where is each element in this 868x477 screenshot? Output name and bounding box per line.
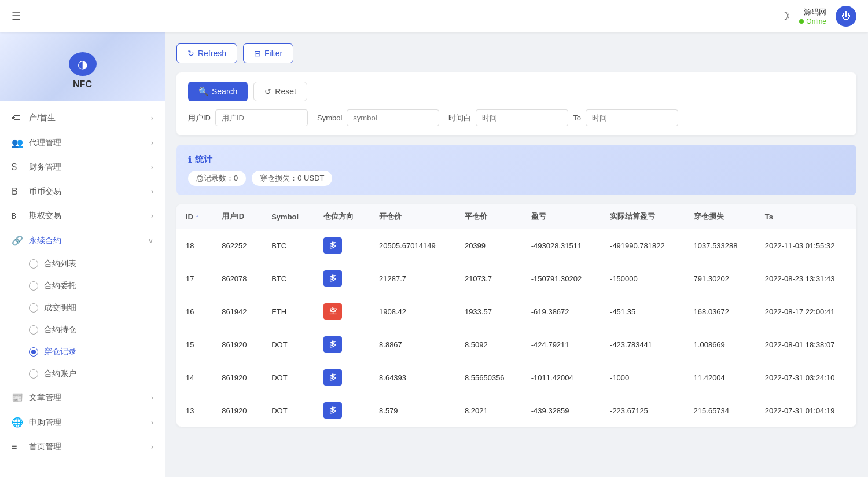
filter-button[interactable]: ⊟ Filter [243,43,293,63]
cell-open-price: 8.64393 [370,361,455,394]
sidebar-item-coin-trade[interactable]: B 币币交易 › [0,179,165,204]
search-label: Search [212,87,237,96]
subscription-icon: 🌐 [12,417,23,428]
cell-actual-profit: -423.783441 [601,328,685,361]
sidebar-item-label: 永续合约 [29,236,148,246]
cell-direction: 多 [314,328,370,361]
col-close-price: 平仓价 [455,204,522,229]
chevron-right-icon: › [151,139,153,147]
online-dot [799,19,804,24]
sidebar-menu: 🏷 产/首生 › 👥 代理管理 › $ 财务管理 › B 币币交易 › [0,101,165,464]
col-symbol: Symbol [262,204,314,229]
cell-userid: 861920 [212,328,262,361]
search-button[interactable]: 🔍 Search [188,82,248,101]
sidebar-item-contract-account[interactable]: 合约账户 [0,363,165,385]
time-start-input[interactable] [476,109,568,126]
cell-liquidation-loss: 215.65734 [685,394,756,427]
cell-profit: -424.79211 [522,328,601,361]
cell-close-price: 8.5092 [455,328,522,361]
submenu-label: 合约列表 [44,259,76,269]
sidebar-item-liquidation-record[interactable]: 穿仓记录 [0,341,165,363]
col-id: ID↑ [176,204,212,229]
table-row: 15 861920 DOT 多 8.8867 8.5092 -424.79211… [176,328,856,361]
cell-symbol: ETH [262,295,314,328]
cell-actual-profit: -150000 [601,262,685,295]
sidebar-logo-area: ◑ NFC [0,32,165,101]
table-row: 14 861920 DOT 多 8.64393 8.55650356 -1011… [176,361,856,394]
userid-input[interactable] [215,109,308,126]
cell-userid: 862252 [212,229,262,262]
col-userid: 用户ID [212,204,262,229]
col-open-price: 开仓价 [370,204,455,229]
chevron-right-icon: › [151,212,153,220]
sort-asc-icon: ↑ [196,213,199,220]
userid-field-group: 用户ID [188,109,308,126]
refresh-button[interactable]: ↻ Refresh [176,43,237,63]
power-button[interactable]: ⏻ [836,6,856,27]
refresh-label: Refresh [198,49,226,58]
table-row: 18 862252 BTC 多 20505.67014149 20399 -49… [176,229,856,262]
sidebar-item-label: 期权交易 [29,211,151,221]
sidebar-item-proxy[interactable]: 👥 代理管理 › [0,130,165,155]
content-area: ↻ Refresh ⊟ Filter 🔍 Search ↺ Reset [165,32,868,477]
futures-icon: ₿ [12,211,23,221]
cell-direction: 多 [314,394,370,427]
header-right: ☽ 源码网 Online ⏻ [781,6,856,27]
sidebar-item-homepage[interactable]: ≡ 首页管理 › [0,435,165,459]
reset-button[interactable]: ↺ Reset [253,82,307,101]
cell-liquidation-loss: 11.42004 [685,361,756,394]
sidebar-item-trade-detail[interactable]: 成交明细 [0,297,165,319]
search-panel: 🔍 Search ↺ Reset 用户ID Symbol 时间 [176,72,856,135]
cell-liquidation-loss: 791.30202 [685,262,756,295]
cell-userid: 861920 [212,394,262,427]
search-actions: 🔍 Search ↺ Reset [188,82,845,101]
cell-id: 16 [176,295,212,328]
sidebar-item-finance[interactable]: $ 财务管理 › [0,155,165,179]
sidebar-item-article[interactable]: 📰 文章管理 › [0,385,165,410]
total-records-badge: 总记录数：0 [188,171,246,186]
cell-profit: -1011.42004 [522,361,601,394]
symbol-input[interactable] [347,109,439,126]
symbol-field-group: Symbol [317,109,439,126]
article-icon: 📰 [12,392,23,403]
cell-open-price: 20505.67014149 [370,229,455,262]
sidebar-item-label: 申购管理 [29,417,151,428]
reset-label: Reset [275,87,296,96]
homepage-icon: ≡ [12,442,23,452]
cell-open-price: 21287.7 [370,262,455,295]
sidebar-logo: ◑ [69,52,97,76]
cell-symbol: BTC [262,262,314,295]
user-info: 源码网 Online [799,7,826,25]
cell-ts: 2022-07-31 03:24:10 [756,361,856,394]
online-status: Online [799,17,826,25]
sidebar-item-futures[interactable]: ₿ 期权交易 › [0,204,165,228]
stats-title: ℹ 统计 [188,154,845,165]
sidebar-item-contract-position[interactable]: 合约持仓 [0,319,165,341]
sidebar-item-label: 财务管理 [29,162,151,173]
chevron-right-icon: › [151,163,153,171]
cell-id: 13 [176,394,212,427]
perpetual-submenu: 合约列表 合约委托 成交明细 合约持仓 穿仓记录 [0,253,165,385]
cell-ts: 2022-08-23 13:31:43 [756,262,856,295]
search-icon: 🔍 [198,87,208,96]
cell-actual-profit: -223.67125 [601,394,685,427]
cell-close-price: 21073.7 [455,262,522,295]
time-end-input[interactable] [586,109,678,126]
moon-icon[interactable]: ☽ [781,10,790,23]
stats-panel: ℹ 统计 总记录数：0 穿仓损失：0 USDT [176,145,856,195]
cell-profit: -493028.31511 [522,229,601,262]
sidebar-item-contract-list[interactable]: 合约列表 [0,253,165,275]
sidebar-item-contract-delegate[interactable]: 合约委托 [0,275,165,297]
time-start-label: 时间白 [448,113,471,123]
cell-profit: -619.38672 [522,295,601,328]
sidebar-item-perpetual[interactable]: 🔗 永续合约 ∨ [0,228,165,253]
cell-ts: 2022-08-17 22:00:41 [756,295,856,328]
direction-badge: 空 [323,303,342,320]
circle-icon [29,303,38,313]
hamburger-icon[interactable]: ☰ [12,10,21,23]
cell-userid: 862078 [212,262,262,295]
chevron-right-icon: › [151,188,153,196]
sidebar-item-product[interactable]: 🏷 产/首生 › [0,106,165,130]
time-to-label: To [573,113,581,122]
sidebar-item-subscription[interactable]: 🌐 申购管理 › [0,410,165,435]
